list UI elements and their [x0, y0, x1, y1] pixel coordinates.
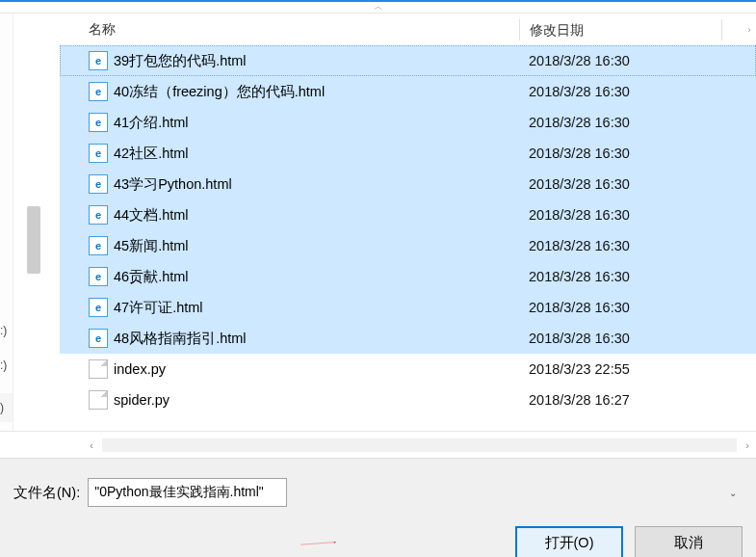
file-row[interactable]: spider.py2018/3/28 16:27 — [60, 385, 756, 415]
html-file-icon — [89, 174, 108, 194]
file-row[interactable]: 40冻结（freezing）您的代码.html2018/3/28 16:30 — [60, 76, 756, 107]
chevron-up-icon: ︿ — [374, 0, 383, 13]
dialog-body: :) :) ) 名称 修改日期 › 39打包您的代码.html2018/3/28… — [0, 13, 756, 431]
scroll-track[interactable] — [102, 438, 737, 452]
open-button[interactable]: 打开(O) — [515, 526, 623, 557]
html-file-icon — [89, 267, 108, 286]
file-date: 2018/3/28 16:30 — [519, 176, 721, 192]
filename-combobox[interactable]: ⌄ — [88, 478, 743, 507]
button-row: 打开(O) 取消 — [13, 526, 743, 557]
html-file-icon — [89, 205, 108, 225]
file-date: 2018/3/28 16:30 — [519, 238, 721, 253]
scroll-right-icon[interactable]: › — [739, 439, 756, 451]
file-name: 43学习Python.html — [114, 175, 519, 194]
file-date: 2018/3/28 16:30 — [519, 269, 721, 284]
html-file-icon — [89, 236, 108, 255]
file-name: 41介绍.html — [114, 114, 519, 132]
file-name: 48风格指南指引.html — [114, 330, 519, 348]
dialog-footer: 文件名(N): ⌄ 打开(O) 取消 — [0, 458, 756, 557]
file-name: index.py — [114, 361, 519, 377]
file-date: 2018/3/28 16:30 — [519, 300, 721, 315]
annotation-arrow-icon — [175, 542, 464, 545]
html-file-icon — [89, 82, 108, 101]
file-row[interactable]: 44文档.html2018/3/28 16:30 — [60, 199, 756, 230]
file-name: 45新闻.html — [114, 237, 519, 255]
file-row[interactable]: index.py2018/3/23 22:55 — [60, 354, 756, 385]
cancel-button[interactable]: 取消 — [635, 526, 743, 557]
file-row[interactable]: 45新闻.html2018/3/28 16:30 — [60, 230, 756, 261]
file-date: 2018/3/28 16:30 — [519, 331, 721, 346]
breadcrumb-collapsed: ︿ — [0, 2, 756, 13]
file-date: 2018/3/28 16:30 — [519, 207, 721, 223]
chevron-right-small-icon: › — [743, 25, 756, 35]
drive-label-2[interactable]: :) — [0, 358, 7, 372]
file-list: 39打包您的代码.html2018/3/28 16:3040冻结（freezin… — [60, 45, 756, 431]
filename-label: 文件名(N): — [13, 484, 80, 502]
sidebar-drive-list: :) :) ) — [0, 13, 13, 431]
scroll-left-icon[interactable]: ‹ — [83, 439, 100, 451]
file-name: 47许可证.html — [114, 299, 519, 317]
file-name: 46贡献.html — [114, 268, 519, 286]
file-date: 2018/3/28 16:30 — [519, 84, 721, 99]
html-file-icon — [89, 113, 108, 132]
file-date: 2018/3/28 16:27 — [519, 392, 721, 408]
file-name: 42社区.html — [114, 145, 519, 163]
file-row[interactable]: 47许可证.html2018/3/28 16:30 — [60, 292, 756, 323]
chevron-down-icon: ⌄ — [729, 488, 737, 498]
file-date: 2018/3/28 16:30 — [519, 53, 721, 68]
file-name: 44文档.html — [114, 206, 519, 225]
horizontal-scrollbar: ‹ › — [0, 431, 756, 458]
file-date: 2018/3/28 16:30 — [519, 115, 721, 130]
file-row[interactable]: 43学习Python.html2018/3/28 16:30 — [60, 169, 756, 199]
python-file-icon — [89, 390, 108, 410]
html-file-icon — [89, 329, 108, 348]
column-headers: 名称 修改日期 › — [60, 13, 756, 45]
html-file-icon — [89, 144, 108, 163]
html-file-icon — [89, 298, 108, 317]
scrollbar-thumb[interactable] — [27, 206, 40, 274]
sidebar-scroll-region — [13, 13, 60, 431]
drive-label-1[interactable]: :) — [0, 324, 7, 337]
svg-marker-1 — [334, 542, 336, 544]
file-row[interactable]: 48风格指南指引.html2018/3/28 16:30 — [60, 323, 756, 354]
filename-row: 文件名(N): ⌄ — [13, 478, 743, 507]
html-file-icon — [89, 51, 108, 70]
file-row[interactable]: 42社区.html2018/3/28 16:30 — [60, 138, 756, 169]
scroll-left-gap — [0, 432, 83, 458]
file-date: 2018/3/23 22:55 — [519, 361, 721, 377]
file-name: spider.py — [114, 392, 519, 408]
header-modified[interactable]: 修改日期 — [519, 19, 721, 40]
file-date: 2018/3/28 16:30 — [519, 146, 721, 161]
file-list-panel: 名称 修改日期 › 39打包您的代码.html2018/3/28 16:3040… — [60, 13, 756, 431]
file-row[interactable]: 41介绍.html2018/3/28 16:30 — [60, 107, 756, 138]
file-row[interactable]: 46贡献.html2018/3/28 16:30 — [60, 261, 756, 292]
drive-label-3[interactable]: ) — [0, 393, 13, 422]
svg-line-0 — [300, 543, 336, 545]
python-file-icon — [89, 359, 108, 379]
file-name: 40冻结（freezing）您的代码.html — [114, 83, 519, 101]
file-row[interactable]: 39打包您的代码.html2018/3/28 16:30 — [60, 45, 756, 76]
header-name[interactable]: 名称 — [89, 21, 519, 39]
filename-input[interactable] — [88, 478, 287, 507]
header-spacer — [721, 19, 743, 40]
file-name: 39打包您的代码.html — [114, 52, 519, 70]
